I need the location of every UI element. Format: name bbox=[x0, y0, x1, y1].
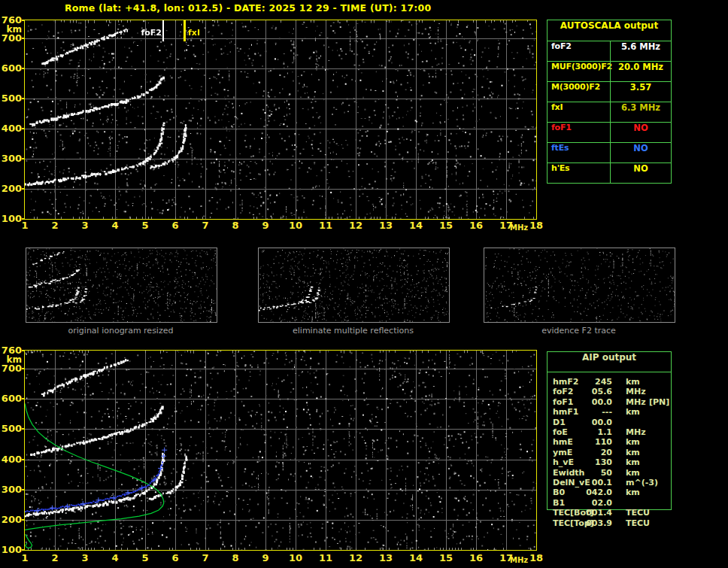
x-tick-label: 14 bbox=[407, 220, 425, 231]
x-tick-label: 13 bbox=[377, 552, 395, 563]
autoscala-row-value: 20.0 MHz bbox=[610, 62, 671, 82]
aip-param-value: 00.0 bbox=[575, 418, 612, 427]
aip-param-unit: MHz bbox=[626, 387, 646, 396]
aip-param-unit: km bbox=[626, 468, 640, 478]
autoscala-row-label: ftEs bbox=[548, 143, 610, 163]
thumb-eliminate-canvas bbox=[259, 248, 449, 322]
y-tick-label: 300 bbox=[1, 484, 22, 495]
autoscala-output-table: AUTOSCALA output foF25.6 MHzMUF(3000)F22… bbox=[547, 20, 672, 184]
autoscala-row-label: fxI bbox=[548, 102, 610, 123]
aip-param-name: h_vE bbox=[553, 457, 574, 467]
aip-row: foF205.6MHz bbox=[548, 387, 671, 396]
autoscala-row-label: M(3000)F2 bbox=[548, 82, 610, 102]
aip-param-value: 02.0 bbox=[575, 498, 612, 508]
x-tick-label: 3 bbox=[76, 552, 94, 563]
autoscala-row-value: NO bbox=[610, 163, 671, 183]
x-tick-label: 4 bbox=[106, 552, 124, 563]
x-tick-label: 8 bbox=[226, 552, 244, 563]
x-tick-label: 13 bbox=[377, 220, 395, 231]
aip-param-unit: km bbox=[626, 488, 640, 497]
aip-param-value: 110 bbox=[575, 437, 612, 447]
aip-row: foE1.1MHz bbox=[548, 427, 671, 437]
aip-param-value: 00.0 bbox=[575, 397, 612, 407]
x-tick-label: 5 bbox=[136, 552, 154, 563]
thumb-caption-original: original ionogram resized bbox=[25, 326, 217, 336]
x-tick-label: 1 bbox=[16, 552, 34, 563]
aip-param-value: 00.1 bbox=[575, 478, 612, 488]
aip-row: B0042.0km bbox=[548, 488, 671, 497]
thumb-original-canvas bbox=[26, 248, 217, 322]
x-tick-label: 12 bbox=[347, 552, 365, 563]
x-tick-label: 1 bbox=[16, 220, 34, 231]
aip-param-value: 245 bbox=[575, 377, 612, 387]
aip-param-value: 05.6 bbox=[575, 387, 612, 396]
aip-param-unit: km bbox=[626, 407, 640, 417]
x-tick-label: 6 bbox=[166, 220, 184, 231]
x-tick-label: 11 bbox=[317, 552, 335, 563]
autoscala-row-value: NO bbox=[610, 123, 671, 143]
thumb-caption-evidence: evidence F2 trace bbox=[483, 326, 675, 336]
bottom-ionogram-plot bbox=[24, 350, 537, 551]
autoscala-row-label: MUF(3000)F2 bbox=[548, 62, 610, 82]
y-tick-label: 200 bbox=[1, 183, 22, 194]
aip-param-name: B1 bbox=[553, 498, 565, 508]
x-axis-unit-label: MHz bbox=[510, 556, 528, 564]
aip-param-name: B0 bbox=[553, 488, 565, 497]
thumb-original-ionogram bbox=[26, 248, 217, 323]
thumb-evidence-canvas bbox=[484, 248, 675, 322]
page-title: Rome (lat: +41.8, lon: 012.5) - DATE: 20… bbox=[65, 2, 431, 14]
aip-param-value: 20 bbox=[575, 448, 612, 457]
autoscala-row-label: foF2 bbox=[548, 41, 610, 62]
autoscala-window: Rome (lat: +41.8, lon: 012.5) - DATE: 20… bbox=[0, 0, 728, 568]
x-tick-label: 7 bbox=[196, 220, 214, 231]
aip-table-title: AIP output bbox=[548, 352, 671, 372]
aip-row: D100.0 bbox=[548, 418, 671, 427]
x-tick-label: 14 bbox=[407, 552, 425, 563]
top-ionogram-plot: foF2 fxI bbox=[24, 20, 537, 220]
aip-param-unit: km bbox=[626, 457, 640, 467]
y-tick-label: 600 bbox=[1, 62, 22, 74]
x-tick-label: 12 bbox=[347, 220, 365, 231]
aip-param-value: 1.1 bbox=[575, 427, 612, 437]
aip-param-name: foF2 bbox=[553, 387, 574, 396]
autoscala-table-title: AUTOSCALA output bbox=[548, 20, 671, 41]
autoscala-row-value: 5.6 MHz bbox=[610, 41, 671, 62]
y-axis-unit-label: km bbox=[1, 354, 22, 365]
aip-row: TEC[Top]003.9TECU bbox=[548, 518, 671, 528]
x-axis-unit-label: MHz bbox=[510, 223, 528, 232]
bottom-ionogram-canvas bbox=[25, 351, 536, 550]
aip-param-value: --- bbox=[575, 407, 612, 417]
y-tick-label: 400 bbox=[1, 454, 22, 465]
aip-param-unit: TECU bbox=[626, 508, 650, 518]
aip-param-unit: km bbox=[626, 377, 640, 387]
aip-param-extra: [PN] bbox=[649, 397, 669, 407]
aip-param-name: hmE bbox=[553, 437, 573, 447]
y-tick-label: 200 bbox=[1, 514, 22, 525]
aip-param-value: 130 bbox=[575, 457, 612, 467]
thumb-evidence-f2 bbox=[484, 248, 675, 323]
y-tick-label: 600 bbox=[1, 393, 22, 404]
x-tick-label: 2 bbox=[46, 552, 64, 563]
y-tick-label: 500 bbox=[1, 423, 22, 434]
aip-row: hmF2245km bbox=[548, 377, 671, 387]
x-tick-label: 4 bbox=[106, 220, 124, 231]
aip-row: B102.0 bbox=[548, 498, 671, 508]
aip-param-value: 001.4 bbox=[575, 508, 612, 518]
aip-param-unit: km bbox=[626, 437, 640, 447]
aip-param-unit: TECU bbox=[626, 518, 650, 528]
x-tick-label: 16 bbox=[467, 220, 485, 231]
x-tick-label: 3 bbox=[76, 220, 94, 231]
aip-param-unit: MHz bbox=[626, 397, 646, 407]
x-tick-label: 2 bbox=[46, 220, 64, 231]
aip-row: hmE110km bbox=[548, 437, 671, 447]
y-tick-label: 400 bbox=[1, 123, 22, 134]
aip-output-table: AIP output hmF2245kmfoF205.6MHzfoF100.0M… bbox=[547, 351, 672, 510]
fxi-marker-label: fxI bbox=[188, 28, 200, 38]
autoscala-row-label: foF1 bbox=[548, 123, 610, 143]
thumb-caption-eliminate: eliminate multiple reflections bbox=[257, 326, 449, 336]
aip-row: hmF1---km bbox=[548, 407, 671, 417]
x-tick-label: 7 bbox=[196, 552, 214, 563]
x-tick-label: 15 bbox=[437, 552, 455, 563]
aip-param-name: foE bbox=[553, 427, 568, 437]
autoscala-row-value: 3.57 bbox=[610, 82, 671, 102]
